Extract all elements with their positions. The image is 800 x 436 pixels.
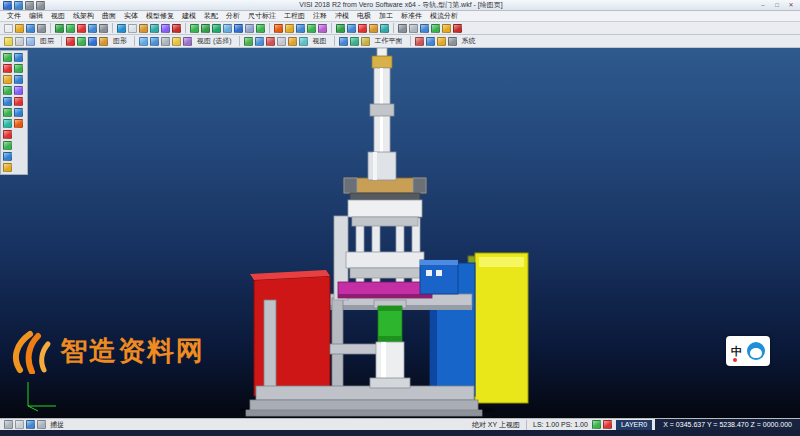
tool-icon[interactable] <box>4 420 13 429</box>
menu-item[interactable]: 线架构 <box>69 11 98 21</box>
app-icon[interactable] <box>3 1 12 10</box>
tool-icon[interactable] <box>347 24 356 33</box>
print-icon[interactable] <box>37 24 46 33</box>
tool-icon[interactable] <box>296 24 305 33</box>
tool-icon[interactable] <box>266 37 275 46</box>
menu-item[interactable]: 视图 <box>47 11 69 21</box>
menu-item[interactable]: 文件 <box>3 11 25 21</box>
tool-icon[interactable] <box>128 24 137 33</box>
tool-icon[interactable] <box>14 108 23 117</box>
tool-icon[interactable] <box>150 37 159 46</box>
tool-icon[interactable] <box>3 130 12 139</box>
tool-icon[interactable] <box>3 64 12 73</box>
tool-icon[interactable] <box>150 24 159 33</box>
maximize-button[interactable]: □ <box>770 1 784 10</box>
tool-icon[interactable] <box>369 24 378 33</box>
tool-icon[interactable] <box>255 37 264 46</box>
tool-icon[interactable] <box>380 24 389 33</box>
tool-icon[interactable] <box>398 24 407 33</box>
mast-cylinder[interactable] <box>368 48 396 180</box>
yellow-panel[interactable] <box>468 253 528 403</box>
tool-icon[interactable] <box>4 37 13 46</box>
tool-icon[interactable] <box>350 37 359 46</box>
menu-item[interactable]: 编辑 <box>25 11 47 21</box>
tool-icon[interactable] <box>307 24 316 33</box>
tool-icon[interactable] <box>14 119 23 128</box>
tool-icon[interactable] <box>3 108 12 117</box>
tool-icon[interactable] <box>339 37 348 46</box>
tool-icon[interactable] <box>99 24 108 33</box>
tool-icon[interactable] <box>244 37 253 46</box>
menu-item[interactable]: 装配 <box>200 11 222 21</box>
open-folder-icon[interactable] <box>15 24 24 33</box>
tool-icon[interactable] <box>415 37 424 46</box>
view-mode-label[interactable]: 绝对 XY 上视图 <box>472 420 520 430</box>
menu-item[interactable]: 电极 <box>353 11 375 21</box>
tool-icon[interactable] <box>3 119 12 128</box>
tool-icon[interactable] <box>274 24 283 33</box>
menu-item[interactable]: 模型修复 <box>142 11 178 21</box>
tool-icon[interactable] <box>172 24 181 33</box>
tool-icon[interactable] <box>201 24 210 33</box>
tool-icon[interactable] <box>3 163 12 172</box>
tool-icon[interactable] <box>99 37 108 46</box>
tool-icon[interactable] <box>77 24 86 33</box>
tool-icon[interactable] <box>55 24 64 33</box>
tool-icon[interactable] <box>14 53 23 62</box>
menu-item[interactable]: 分析 <box>222 11 244 21</box>
tool-icon[interactable] <box>26 37 35 46</box>
tool-icon[interactable] <box>3 86 12 95</box>
menu-item[interactable]: 模流分析 <box>426 11 462 21</box>
menu-item[interactable]: 建模 <box>178 11 200 21</box>
control-box[interactable] <box>420 260 458 294</box>
tool-icon[interactable] <box>172 37 181 46</box>
tool-icon[interactable] <box>431 24 440 33</box>
tool-icon[interactable] <box>88 24 97 33</box>
tool-icon[interactable] <box>15 420 24 429</box>
tool-icon[interactable] <box>14 86 23 95</box>
tool-icon[interactable] <box>603 420 612 429</box>
tool-icon[interactable] <box>318 24 327 33</box>
tool-icon[interactable] <box>77 37 86 46</box>
tool-icon[interactable] <box>66 24 75 33</box>
save-icon[interactable] <box>26 24 35 33</box>
tool-icon[interactable] <box>245 24 254 33</box>
menu-item[interactable]: 标准件 <box>397 11 426 21</box>
tool-icon[interactable] <box>3 152 12 161</box>
layer-badge[interactable]: LAYER0 <box>616 420 652 430</box>
menu-item[interactable]: 加工 <box>375 11 397 21</box>
tool-icon[interactable] <box>448 37 457 46</box>
tool-icon[interactable] <box>14 64 23 73</box>
tool-icon[interactable] <box>161 24 170 33</box>
tool-icon[interactable] <box>299 37 308 46</box>
tool-icon[interactable] <box>15 37 24 46</box>
tool-icon[interactable] <box>183 37 192 46</box>
tool-icon[interactable] <box>234 24 243 33</box>
tool-icon[interactable] <box>14 97 23 106</box>
press-cylinder[interactable] <box>370 300 410 388</box>
tool-icon[interactable] <box>336 24 345 33</box>
tool-icon[interactable] <box>223 24 232 33</box>
tool-icon[interactable] <box>409 24 418 33</box>
redo-icon[interactable] <box>36 1 45 10</box>
tool-icon[interactable] <box>277 37 286 46</box>
menu-item[interactable]: 实体 <box>120 11 142 21</box>
tool-icon[interactable] <box>420 24 429 33</box>
tool-icon[interactable] <box>212 24 221 33</box>
snap-label[interactable]: 捕捉 <box>50 420 64 430</box>
red-panel[interactable] <box>250 270 330 396</box>
menu-item[interactable]: 冲模 <box>331 11 353 21</box>
tool-icon[interactable] <box>361 37 370 46</box>
tool-icon[interactable] <box>437 37 446 46</box>
tool-icon[interactable] <box>88 37 97 46</box>
magenta-plate[interactable] <box>338 282 432 298</box>
menu-item[interactable]: 曲面 <box>98 11 120 21</box>
tool-icon[interactable] <box>161 37 170 46</box>
menu-item[interactable]: 尺寸标注 <box>244 11 280 21</box>
tool-icon[interactable] <box>358 24 367 33</box>
tool-icon[interactable] <box>37 420 46 429</box>
tool-icon[interactable] <box>426 37 435 46</box>
tool-icon[interactable] <box>285 24 294 33</box>
tool-icon[interactable] <box>3 75 12 84</box>
tool-icon[interactable] <box>256 24 265 33</box>
